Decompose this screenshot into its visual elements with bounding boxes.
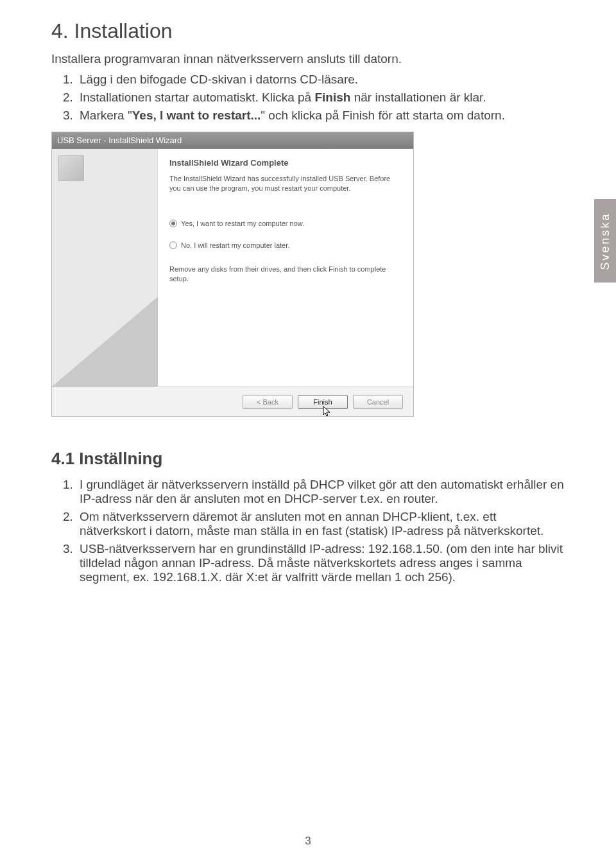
back-button[interactable]: < Back xyxy=(243,395,293,409)
radio-label: Yes, I want to restart my computer now. xyxy=(181,220,304,227)
wizard-paragraph: The InstallShield Wizard has successfull… xyxy=(169,174,402,194)
list-number: 1. xyxy=(63,478,80,506)
list-text: Om nätverksservern däremot är ansluten m… xyxy=(80,510,565,538)
wizard-logo-icon xyxy=(58,155,84,181)
bold-text: Finish xyxy=(314,91,350,104)
radio-label: No, I will restart my computer later. xyxy=(181,241,289,249)
language-label: Svenska xyxy=(599,212,612,270)
list-item: 2. Installationen startar automatiskt. K… xyxy=(63,91,565,105)
button-label: Finish xyxy=(313,398,332,406)
list-number: 3. xyxy=(63,109,80,123)
list-number: 1. xyxy=(63,73,80,87)
text: Markera " xyxy=(80,109,132,122)
subsection-heading: 4.1 Inställning xyxy=(51,449,565,469)
list-item: 3. Markera "Yes, I want to restart..." o… xyxy=(63,109,565,123)
section-heading: 4. Installation xyxy=(51,19,565,43)
wizard-paragraph: Remove any disks from their drives, and … xyxy=(169,265,402,284)
list-item: 1. I grundläget är nätverksservern instä… xyxy=(63,478,565,506)
list-text: Installationen startar automatiskt. Klic… xyxy=(80,91,565,105)
list-item: 1. Lägg i den bifogade CD-skivan i dator… xyxy=(63,73,565,87)
list-number: 2. xyxy=(63,91,80,105)
settings-steps-list: 1. I grundläget är nätverksservern instä… xyxy=(63,478,565,584)
list-text: Lägg i den bifogade CD-skivan i datorns … xyxy=(80,73,565,87)
radio-unselected-icon xyxy=(169,241,177,249)
list-text: I grundläget är nätverksservern inställd… xyxy=(80,478,565,506)
page-number: 3 xyxy=(0,835,616,848)
radio-restart-later[interactable]: No, I will restart my computer later. xyxy=(169,241,402,249)
install-steps-list: 1. Lägg i den bifogade CD-skivan i dator… xyxy=(63,73,565,123)
language-tab: Svenska xyxy=(594,199,616,283)
wizard-sidebar-image xyxy=(52,149,158,387)
radio-selected-icon xyxy=(169,220,177,227)
wizard-complete-heading: InstallShield Wizard Complete xyxy=(169,158,402,168)
wizard-button-bar: < Back Finish Cancel xyxy=(52,387,413,416)
finish-button[interactable]: Finish xyxy=(298,395,348,409)
list-number: 2. xyxy=(63,510,80,538)
list-item: 2. Om nätverksservern däremot är anslute… xyxy=(63,510,565,538)
text: " och klicka på Finish för att starta om… xyxy=(261,109,505,122)
list-item: 3. USB-nätverksservern har en grundinstä… xyxy=(63,542,565,584)
bold-text: Yes, I want to restart... xyxy=(132,109,261,122)
cursor-icon xyxy=(323,406,332,417)
list-text: USB-nätverksservern har en grundinställd… xyxy=(80,542,565,584)
list-text: Markera "Yes, I want to restart..." och … xyxy=(80,109,565,123)
intro-paragraph: Installera programvaran innan nätverksse… xyxy=(51,52,565,66)
text: när installationen är klar. xyxy=(350,91,486,104)
wizard-screenshot: USB Server - InstallShield Wizard Instal… xyxy=(51,132,414,417)
list-number: 3. xyxy=(63,542,80,584)
wizard-titlebar: USB Server - InstallShield Wizard xyxy=(52,132,413,149)
wizard-graphic xyxy=(52,297,158,387)
cancel-button[interactable]: Cancel xyxy=(353,395,403,409)
text: Installationen startar automatiskt. Klic… xyxy=(80,91,314,104)
radio-restart-now[interactable]: Yes, I want to restart my computer now. xyxy=(169,220,402,227)
